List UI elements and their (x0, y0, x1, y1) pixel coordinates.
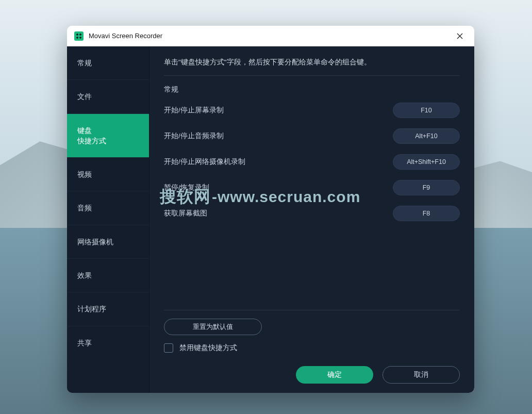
window-title: Movavi Screen Recorder (89, 32, 453, 40)
sidebar-item-label: 效果 (77, 271, 92, 279)
shortcut-row: 获取屏幕截图 F8 (164, 206, 460, 221)
sidebar-item-effects[interactable]: 效果 (67, 259, 149, 292)
shortcut-row: 暂停/恢复录制 F9 (164, 180, 460, 195)
sidebar-item-label: 计划程序 (77, 305, 106, 313)
shortcut-key-field[interactable]: Alt+F10 (393, 128, 460, 144)
titlebar: Movavi Screen Recorder (67, 26, 474, 46)
sidebar-item-label: 文件 (77, 92, 92, 101)
divider (164, 310, 460, 310)
shortcut-key-field[interactable]: Alt+Shift+F10 (393, 154, 460, 170)
shortcut-label: 开始/停止网络摄像机录制 (164, 157, 245, 167)
close-icon (457, 33, 463, 39)
sidebar-item-keyboard-shortcuts[interactable]: 键盘 快捷方式 (67, 114, 149, 158)
disable-shortcuts-row: 禁用键盘快捷方式 (164, 343, 460, 353)
sidebar-item-label: 网络摄像机 (77, 238, 113, 246)
sidebar-item-scheduler[interactable]: 计划程序 (67, 292, 149, 326)
sidebar-item-sharing[interactable]: 共享 (67, 326, 149, 359)
section-title: 常规 (164, 85, 460, 94)
sidebar-item-video[interactable]: 视频 (67, 158, 149, 191)
sidebar: 常规 文件 键盘 快捷方式 视频 音频 网络摄像机 效果 计划程序 共享 (67, 46, 149, 393)
ok-button[interactable]: 确定 (296, 366, 373, 384)
sidebar-item-general[interactable]: 常规 (67, 46, 149, 80)
instruction-text: 单击"键盘快捷方式"字段，然后按下要分配给菜单命令的组合键。 (164, 58, 460, 67)
spacer (164, 231, 460, 306)
shortcut-label: 暂停/恢复录制 (164, 183, 209, 192)
main-panel: 单击"键盘快捷方式"字段，然后按下要分配给菜单命令的组合键。 常规 开始/停止屏… (149, 46, 474, 393)
window-body: 常规 文件 键盘 快捷方式 视频 音频 网络摄像机 效果 计划程序 共享 单击"… (67, 46, 474, 393)
shortcut-key-field[interactable]: F10 (393, 103, 460, 118)
shortcut-row: 开始/停止音频录制 Alt+F10 (164, 128, 460, 144)
settings-window: Movavi Screen Recorder 常规 文件 键盘 快捷方式 视频 … (67, 26, 474, 393)
reset-defaults-button[interactable]: 重置为默认值 (164, 319, 262, 335)
dialog-footer: 确定 取消 (164, 366, 460, 384)
shortcut-key-field[interactable]: F8 (393, 206, 460, 221)
disable-shortcuts-checkbox[interactable] (164, 343, 173, 353)
sidebar-item-label: 常规 (77, 59, 92, 67)
shortcut-key-field[interactable]: F9 (393, 180, 460, 195)
close-button[interactable] (453, 29, 467, 43)
app-logo-icon (74, 31, 84, 41)
shortcut-label: 开始/停止音频录制 (164, 131, 224, 141)
sidebar-item-label: 音频 (77, 204, 92, 212)
shortcut-row: 开始/停止网络摄像机录制 Alt+Shift+F10 (164, 154, 460, 170)
sidebar-item-label: 视频 (77, 170, 92, 178)
sidebar-item-files[interactable]: 文件 (67, 80, 149, 113)
sidebar-item-label: 键盘 快捷方式 (77, 126, 106, 145)
sidebar-item-label: 共享 (77, 339, 92, 347)
sidebar-item-audio[interactable]: 音频 (67, 191, 149, 225)
shortcut-row: 开始/停止屏幕录制 F10 (164, 103, 460, 118)
cancel-button[interactable]: 取消 (383, 366, 460, 384)
divider (164, 75, 460, 76)
shortcut-label: 开始/停止屏幕录制 (164, 106, 224, 115)
disable-shortcuts-label: 禁用键盘快捷方式 (179, 343, 237, 353)
sidebar-item-webcam[interactable]: 网络摄像机 (67, 225, 149, 259)
shortcut-label: 获取屏幕截图 (164, 209, 207, 218)
